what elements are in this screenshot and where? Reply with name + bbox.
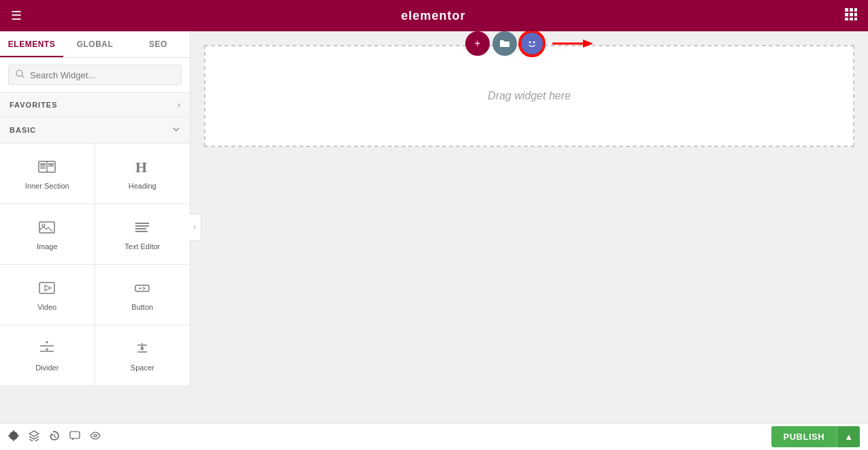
svg-marker-26	[45, 285, 51, 291]
svg-marker-31	[46, 340, 48, 343]
svg-rect-25	[39, 283, 54, 293]
svg-rect-1	[850, 8, 853, 12]
svg-rect-14	[40, 165, 46, 167]
add-widget-button[interactable]: +	[465, 31, 490, 56]
svg-rect-0	[845, 8, 848, 12]
search-input[interactable]	[30, 70, 174, 80]
widget-inner-section[interactable]: Inner Section	[0, 144, 95, 204]
svg-point-38	[525, 37, 539, 50]
image-icon	[37, 218, 56, 237]
widget-selector-button[interactable]	[520, 31, 544, 56]
drop-zone[interactable]: +	[204, 45, 854, 147]
sidebar-wrapper: ELEMENTS GLOBAL SEO FAVOR	[0, 31, 190, 423]
svg-rect-27	[135, 285, 149, 291]
publish-button[interactable]: PUBLISH	[771, 426, 837, 447]
canvas-area: +	[190, 31, 868, 423]
svg-rect-7	[850, 18, 853, 20]
svg-marker-42	[583, 39, 593, 48]
svg-rect-2	[854, 8, 857, 12]
video-icon	[37, 278, 56, 298]
tab-global[interactable]: GLOBAL	[63, 31, 127, 57]
widget-text-editor[interactable]: Text Editor	[95, 204, 190, 265]
search-icon	[16, 69, 24, 80]
widget-spacer-label: Spacer	[131, 364, 154, 372]
red-arrow	[552, 37, 593, 50]
favorites-chevron-icon: ›	[178, 99, 180, 110]
widget-heading[interactable]: H Heading	[95, 144, 190, 204]
svg-point-39	[529, 42, 531, 44]
button-icon	[133, 278, 152, 298]
publish-dropdown-button[interactable]: ▲	[837, 426, 860, 447]
menu-icon[interactable]: ☰	[11, 8, 22, 23]
bottom-bar-tools	[8, 430, 101, 443]
widget-inner-section-label: Inner Section	[25, 182, 69, 190]
svg-rect-13	[40, 163, 46, 165]
tab-elements[interactable]: ELEMENTS	[0, 31, 63, 57]
svg-rect-6	[845, 18, 848, 20]
inner-section-icon	[37, 157, 56, 176]
svg-rect-8	[854, 18, 857, 20]
svg-point-9	[16, 70, 22, 76]
sidebar-tabs: ELEMENTS GLOBAL SEO	[0, 31, 190, 58]
comments-icon[interactable]	[69, 430, 80, 443]
svg-point-40	[533, 42, 535, 44]
widget-divider-label: Divider	[35, 364, 59, 372]
main-layout: ELEMENTS GLOBAL SEO FAVOR	[0, 31, 868, 423]
widget-button[interactable]: Button	[95, 265, 190, 325]
widget-image[interactable]: Image	[0, 204, 95, 265]
svg-rect-15	[40, 167, 46, 169]
svg-marker-37	[140, 348, 144, 350]
basic-label: BASIC	[10, 126, 36, 134]
spacer-icon	[133, 339, 152, 358]
settings-icon[interactable]	[8, 430, 19, 443]
sidebar-collapse-button[interactable]: ‹	[189, 214, 201, 241]
header: ☰ elementor	[0, 0, 868, 31]
layers-icon[interactable]	[29, 430, 39, 443]
widget-image-label: Image	[37, 242, 58, 251]
svg-rect-4	[850, 13, 853, 16]
basic-chevron-icon	[172, 124, 180, 136]
tab-seo[interactable]: SEO	[127, 31, 190, 57]
sidebar: ELEMENTS GLOBAL SEO FAVOR	[0, 31, 190, 386]
basic-section: BASIC	[0, 117, 190, 386]
widgets-grid: Inner Section H Heading	[0, 144, 190, 386]
svg-rect-16	[48, 163, 54, 165]
widget-divider[interactable]: Divider	[0, 325, 95, 386]
history-icon[interactable]	[49, 430, 60, 443]
widget-text-editor-label: Text Editor	[124, 242, 160, 251]
preview-icon[interactable]	[90, 430, 101, 443]
svg-rect-3	[845, 13, 848, 16]
basic-section-header[interactable]: BASIC	[0, 117, 190, 144]
widget-video[interactable]: Video	[0, 265, 95, 325]
drop-zone-toolbar: +	[465, 31, 593, 56]
canvas-content: +	[190, 31, 868, 423]
heading-icon: H	[133, 157, 152, 176]
svg-line-10	[22, 76, 24, 78]
favorites-section-header[interactable]: FAVORITES ›	[0, 93, 190, 117]
svg-rect-17	[48, 165, 54, 167]
grid-icon[interactable]	[845, 8, 857, 24]
widget-button-label: Button	[131, 303, 153, 311]
widget-video-label: Video	[37, 303, 56, 311]
text-editor-icon	[133, 218, 152, 237]
publish-button-group: PUBLISH ▲	[771, 426, 860, 447]
logo: elementor	[401, 9, 465, 23]
folder-button[interactable]	[493, 31, 517, 56]
svg-text:H: H	[135, 159, 147, 176]
widget-heading-label: Heading	[129, 182, 156, 190]
widget-spacer[interactable]: Spacer	[95, 325, 190, 386]
svg-point-44	[94, 434, 97, 437]
bottom-bar: PUBLISH ▲	[0, 423, 868, 450]
sidebar-search	[0, 58, 190, 93]
drag-widget-text: Drag widget here	[488, 90, 571, 102]
svg-rect-43	[70, 432, 80, 438]
favorites-label: FAVORITES	[10, 101, 58, 109]
svg-rect-5	[854, 13, 857, 16]
divider-icon	[37, 339, 56, 358]
